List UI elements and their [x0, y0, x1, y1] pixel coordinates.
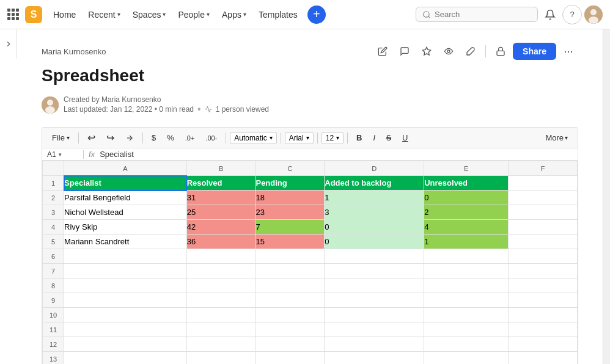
cell[interactable]	[255, 337, 325, 352]
font-size-select[interactable]: 12 ▾	[322, 132, 344, 144]
cell[interactable]	[509, 264, 578, 278]
decimal-less-button[interactable]: .00-	[200, 133, 222, 144]
grid-icon[interactable]	[7, 9, 19, 20]
cell[interactable]: 15	[255, 235, 325, 249]
row-number[interactable]: 1	[43, 176, 64, 191]
comment-button[interactable]	[395, 42, 414, 61]
nav-spaces[interactable]: Spaces ▾	[128, 7, 171, 22]
brush-button[interactable]	[461, 42, 480, 61]
cell[interactable]	[186, 278, 255, 293]
cell[interactable]: Added to backlog	[325, 176, 424, 191]
cell[interactable]: 2	[424, 205, 509, 220]
cell[interactable]	[255, 352, 325, 365]
edit-button[interactable]	[373, 42, 392, 61]
redo-button[interactable]: ↪	[101, 130, 119, 145]
font-select[interactable]: Arial ▾	[285, 132, 314, 144]
strikethrough-button[interactable]: S̶	[381, 131, 396, 144]
col-header-a[interactable]: A	[64, 161, 187, 176]
cell[interactable]: 42	[186, 220, 255, 235]
nav-recent[interactable]: Recent ▾	[83, 7, 125, 22]
row-number[interactable]: 6	[43, 249, 64, 264]
row-number[interactable]: 4	[43, 220, 64, 235]
cell[interactable]: 31	[186, 191, 255, 205]
nav-people[interactable]: People ▾	[173, 7, 215, 22]
search-input[interactable]	[435, 10, 520, 19]
cell[interactable]	[424, 278, 509, 293]
cell[interactable]: Specialist	[64, 176, 187, 191]
cell[interactable]	[424, 352, 509, 365]
cell[interactable]	[509, 235, 578, 249]
cell[interactable]: Rivy Skip	[64, 220, 187, 235]
cell[interactable]	[424, 337, 509, 352]
cell[interactable]	[186, 249, 255, 264]
col-header-e[interactable]: E	[424, 161, 509, 176]
row-number[interactable]: 8	[43, 278, 64, 293]
logo[interactable]: S	[25, 6, 42, 23]
underline-button[interactable]: U	[397, 131, 413, 144]
col-header-b[interactable]: B	[186, 161, 255, 176]
cell[interactable]	[255, 264, 325, 278]
cell[interactable]	[325, 337, 424, 352]
watch-button[interactable]	[439, 42, 458, 61]
formula-input[interactable]	[100, 150, 573, 159]
cell[interactable]	[325, 352, 424, 365]
row-number[interactable]: 3	[43, 205, 64, 220]
cell[interactable]: Nichol Wellstead	[64, 205, 187, 220]
cell[interactable]	[64, 337, 187, 352]
cell[interactable]	[64, 308, 187, 322]
cell[interactable]	[509, 205, 578, 220]
row-number[interactable]: 5	[43, 235, 64, 249]
row-number[interactable]: 12	[43, 337, 64, 352]
more-formats-button[interactable]: More ▾	[540, 131, 573, 144]
cell[interactable]: 1	[325, 191, 424, 205]
row-number[interactable]: 7	[43, 264, 64, 278]
cell[interactable]	[255, 249, 325, 264]
col-header-d[interactable]: D	[325, 161, 424, 176]
cell[interactable]: Pending	[255, 176, 325, 191]
cell[interactable]	[64, 352, 187, 365]
cell[interactable]	[186, 264, 255, 278]
cell[interactable]: 0	[325, 220, 424, 235]
more-button[interactable]: ···	[559, 42, 578, 61]
dollar-button[interactable]: $	[147, 131, 161, 144]
italic-button[interactable]: I	[368, 131, 380, 144]
nav-templates[interactable]: Templates	[254, 7, 303, 22]
cell[interactable]	[509, 278, 578, 293]
right-scrollbar[interactable]	[603, 29, 610, 364]
notifications-button[interactable]	[540, 5, 560, 24]
help-button[interactable]: ?	[562, 5, 582, 24]
cell[interactable]	[509, 220, 578, 235]
nav-apps[interactable]: Apps ▾	[217, 7, 251, 22]
cell[interactable]	[424, 264, 509, 278]
search-box[interactable]	[416, 7, 538, 22]
row-number[interactable]: 10	[43, 308, 64, 322]
cell[interactable]: 23	[255, 205, 325, 220]
cell[interactable]	[186, 322, 255, 337]
cell[interactable]	[64, 293, 187, 308]
cell[interactable]	[255, 278, 325, 293]
number-format-select[interactable]: Automatic ▾	[230, 132, 276, 144]
percent-button[interactable]: %	[162, 131, 179, 144]
sidebar-toggle[interactable]	[0, 29, 17, 59]
undo-button[interactable]: ↩	[83, 130, 100, 145]
cell[interactable]	[255, 308, 325, 322]
bold-button[interactable]: B	[351, 131, 367, 144]
cell[interactable]	[64, 278, 187, 293]
cell[interactable]	[325, 322, 424, 337]
cell[interactable]: Mariann Scandrett	[64, 235, 187, 249]
cell[interactable]: 25	[186, 205, 255, 220]
cell[interactable]	[509, 191, 578, 205]
cell[interactable]	[255, 293, 325, 308]
nav-home[interactable]: Home	[48, 7, 81, 22]
row-number[interactable]: 11	[43, 322, 64, 337]
cell[interactable]: 18	[255, 191, 325, 205]
cell[interactable]	[186, 308, 255, 322]
cell[interactable]	[424, 249, 509, 264]
cell[interactable]	[186, 293, 255, 308]
cell[interactable]	[509, 337, 578, 352]
cell[interactable]	[509, 176, 578, 191]
cell[interactable]	[64, 249, 187, 264]
cell[interactable]	[325, 264, 424, 278]
cell[interactable]	[325, 249, 424, 264]
cell[interactable]: 1	[424, 235, 509, 249]
